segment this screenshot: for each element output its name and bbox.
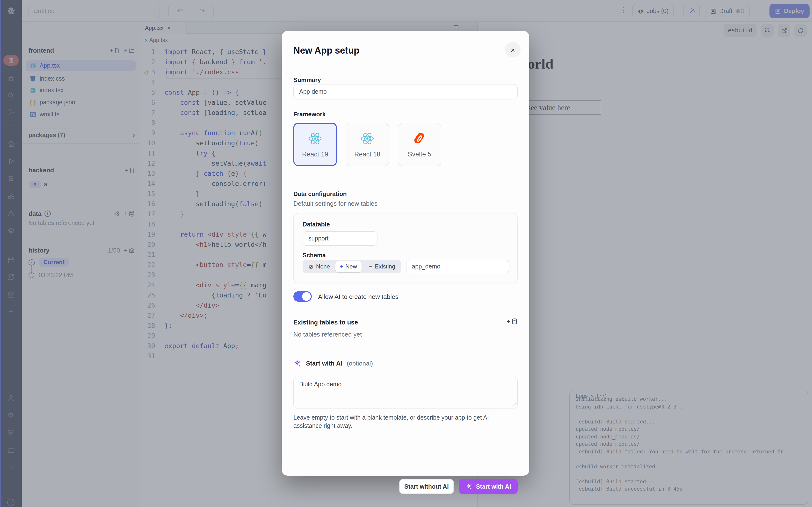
framework-label: Framework — [293, 111, 325, 118]
schema-label: Schema — [303, 252, 326, 259]
schema-option-new[interactable]: +New — [335, 261, 361, 272]
framework-label: React 19 — [302, 151, 328, 158]
svelte-logo-icon — [412, 131, 427, 146]
data-config-card: Datatable support Schema ⊘None+NewExisti… — [293, 213, 518, 283]
sparkles-icon — [293, 359, 302, 368]
ai-tables-toggle[interactable] — [293, 291, 312, 302]
schema-option-existing[interactable]: Existing — [362, 261, 400, 272]
modal-close-button[interactable]: × — [505, 42, 520, 57]
schema-segmented-control: ⊘None+NewExisting — [303, 260, 401, 273]
react-logo-icon — [360, 131, 374, 146]
start-with-ai-label: Start with AI — [476, 483, 511, 490]
resize-handle[interactable] — [511, 402, 516, 406]
schema-option-none[interactable]: ⊘None — [304, 261, 334, 272]
framework-card-svelte-5[interactable]: Svelte 5 — [398, 123, 441, 166]
start-without-ai-label: Start without AI — [404, 483, 449, 490]
framework-card-react-18[interactable]: React 18 — [346, 123, 389, 166]
optional-hint: (optional) — [347, 360, 373, 367]
data-config-subtitle: Default settings for new tables — [293, 200, 377, 207]
close-icon: × — [511, 46, 515, 54]
start-without-ai-button[interactable]: Start without AI — [399, 479, 454, 494]
sparkles-icon — [465, 483, 473, 490]
start-with-ai-title: Start with AI — [306, 360, 343, 367]
ai-prompt-textarea[interactable]: Build App demo — [293, 377, 518, 408]
list-icon — [367, 264, 372, 270]
react-logo-icon — [308, 131, 322, 146]
modal-title: New App setup — [293, 45, 359, 56]
schema-name-input[interactable]: app_demo — [406, 260, 509, 273]
summary-label: Summary — [293, 77, 321, 83]
ai-tables-toggle-row: Allow AI to create new tables — [293, 291, 398, 302]
windmill-app-editor: Untitled ↶ ↷ ⋮ Jobs (0) Draft ⌘S Deploy … — [0, 0, 812, 507]
summary-input[interactable]: App demo — [293, 84, 518, 100]
new-app-setup-modal: New App setup × Summary App demo Framewo… — [282, 31, 529, 475]
framework-label: React 18 — [354, 151, 380, 158]
schema-option-label: New — [345, 263, 357, 270]
framework-label: Svelte 5 — [408, 151, 432, 158]
schema-option-label: None — [316, 263, 330, 270]
datatable-label: Datatable — [303, 221, 508, 228]
ai-prompt-value: Build App demo — [299, 381, 342, 388]
data-config-title: Data configuration — [293, 191, 347, 198]
ban-icon: ⊘ — [308, 263, 314, 270]
ai-hint-text: Leave empty to start with a blank templa… — [293, 414, 501, 430]
existing-tables-title: Existing tables to use — [293, 319, 358, 326]
add-existing-table-button[interactable]: + — [507, 318, 518, 325]
schema-option-label: Existing — [375, 263, 395, 270]
framework-card-react-19[interactable]: React 19 — [293, 123, 337, 166]
datatable-input[interactable]: support — [303, 231, 377, 246]
ai-tables-toggle-label: Allow AI to create new tables — [318, 293, 398, 300]
start-with-ai-header: Start with AI (optional) — [293, 359, 373, 368]
start-with-ai-button[interactable]: Start with AI — [459, 479, 518, 494]
existing-tables-empty: No tables referenced yet — [293, 331, 362, 338]
